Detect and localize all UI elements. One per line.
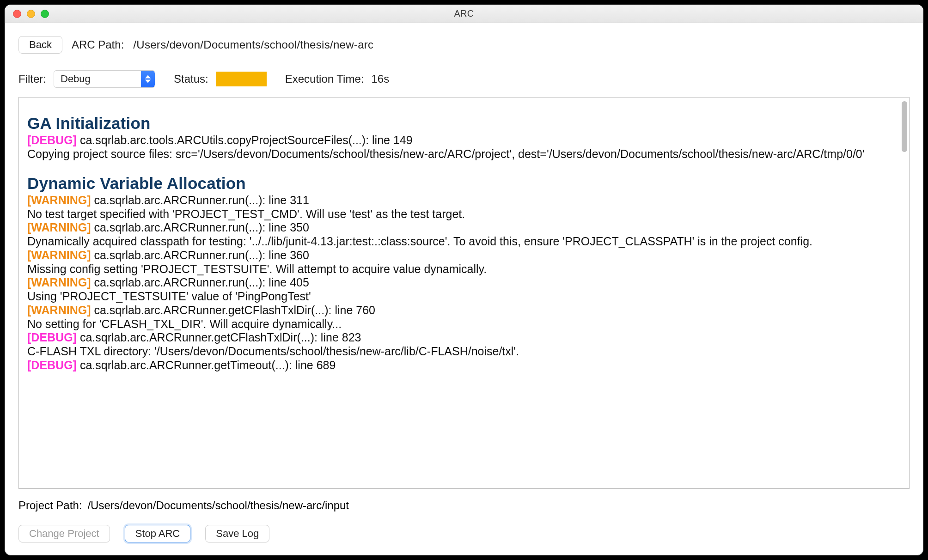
titlebar: ARC [5, 5, 923, 23]
log-message: Using 'PROJECT_TESTSUITE' value of 'Ping… [27, 289, 898, 304]
log-tag-warning: [WARNING] [27, 304, 91, 317]
log-entry-source-line: [WARNING] ca.sqrlab.arc.ARCRunner.getCFl… [27, 304, 898, 317]
log-tag-debug: [DEBUG] [27, 134, 77, 146]
log-body: GA Initialization[DEBUG] ca.sqrlab.arc.t… [27, 114, 898, 372]
scrollbar-thumb[interactable] [902, 101, 907, 152]
select-caret-icon [141, 71, 155, 87]
execution-time-value: 16s [371, 73, 389, 85]
log-source: ca.sqrlab.arc.ARCRunner.getTimeout(...):… [77, 359, 336, 371]
content-area: Back ARC Path: /Users/devon/Documents/sc… [5, 23, 923, 555]
filter-select[interactable]: Debug [54, 70, 155, 88]
log-entry-source-line: [DEBUG] ca.sqrlab.arc.ARCRunner.getTimeo… [27, 359, 898, 372]
project-path-label: Project Path: [18, 499, 82, 512]
filter-selected-value: Debug [61, 73, 91, 85]
status-label: Status: [174, 73, 208, 85]
arc-path-value: /Users/devon/Documents/school/thesis/new… [133, 38, 373, 51]
filter-label: Filter: [18, 73, 46, 85]
status-indicator [216, 72, 267, 86]
app-window: ARC Back ARC Path: /Users/devon/Document… [5, 5, 923, 555]
stop-arc-button[interactable]: Stop ARC [125, 525, 191, 542]
arc-path-label: ARC Path: [72, 38, 124, 51]
footer: Project Path: /Users/devon/Documents/sch… [18, 489, 910, 542]
log-message: Missing config setting 'PROJECT_TESTSUIT… [27, 262, 898, 276]
topbar: Back ARC Path: /Users/devon/Documents/sc… [18, 36, 910, 54]
back-button[interactable]: Back [18, 36, 62, 54]
log-message: No setting for 'CFLASH_TXL_DIR'. Will ac… [27, 317, 898, 331]
log-tag-warning: [WARNING] [27, 221, 91, 234]
log-source: ca.sqrlab.arc.ARCRunner.getCFlashTxlDir(… [91, 304, 375, 317]
log-entry-source-line: [DEBUG] ca.sqrlab.arc.tools.ARCUtils.cop… [27, 134, 898, 147]
filter-row: Filter: Debug Status: Execution Time: 16… [18, 70, 910, 88]
log-message: Dynamically acquired classpath for testi… [27, 234, 898, 249]
log-message: No test target specified with 'PROJECT_T… [27, 207, 898, 221]
log-source: ca.sqrlab.arc.tools.ARCUtils.copyProject… [77, 134, 413, 146]
log-entry-source-line: [DEBUG] ca.sqrlab.arc.ARCRunner.getCFlas… [27, 331, 898, 344]
log-tag-warning: [WARNING] [27, 194, 91, 207]
log-source: ca.sqrlab.arc.ARCRunner.run(...): line 3… [91, 249, 309, 262]
log-tag-warning: [WARNING] [27, 249, 91, 262]
change-project-button[interactable]: Change Project [18, 525, 110, 542]
project-path-value: /Users/devon/Documents/school/thesis/new… [87, 499, 349, 512]
log-message: C-FLASH TXL directory: '/Users/devon/Doc… [27, 344, 898, 359]
execution-time-label: Execution Time: [285, 73, 364, 85]
log-message: Copying project source files: src='/User… [27, 147, 898, 161]
log-source: ca.sqrlab.arc.ARCRunner.run(...): line 4… [91, 276, 309, 289]
window-title: ARC [5, 8, 923, 19]
log-section-heading: GA Initialization [27, 114, 898, 133]
log-source: ca.sqrlab.arc.ARCRunner.getCFlashTxlDir(… [77, 331, 361, 344]
save-log-button[interactable]: Save Log [205, 525, 269, 542]
log-tag-debug: [DEBUG] [27, 331, 77, 344]
log-section-heading: Dynamic Variable Allocation [27, 174, 898, 193]
log-source: ca.sqrlab.arc.ARCRunner.run(...): line 3… [91, 221, 309, 234]
log-source: ca.sqrlab.arc.ARCRunner.run(...): line 3… [91, 194, 309, 207]
log-pane[interactable]: GA Initialization[DEBUG] ca.sqrlab.arc.t… [18, 97, 910, 489]
log-entry-source-line: [WARNING] ca.sqrlab.arc.ARCRunner.run(..… [27, 276, 898, 289]
log-tag-debug: [DEBUG] [27, 359, 77, 371]
log-entry-source-line: [WARNING] ca.sqrlab.arc.ARCRunner.run(..… [27, 221, 898, 234]
log-entry-source-line: [WARNING] ca.sqrlab.arc.ARCRunner.run(..… [27, 194, 898, 207]
log-tag-warning: [WARNING] [27, 276, 91, 289]
log-entry-source-line: [WARNING] ca.sqrlab.arc.ARCRunner.run(..… [27, 249, 898, 262]
